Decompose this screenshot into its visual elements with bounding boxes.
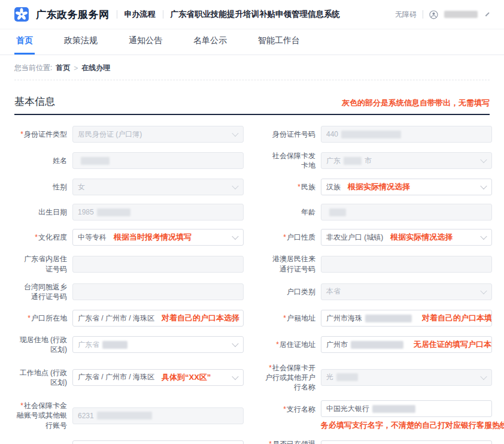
field-value: 6231 bbox=[78, 412, 94, 420]
redacted-value bbox=[102, 341, 127, 349]
field-label: *身份证件号码 bbox=[263, 129, 315, 139]
header-divider bbox=[163, 10, 163, 19]
section-annotation: 灰色的部分是系统信息自带带出，无需填写 bbox=[342, 98, 490, 108]
field-label: *身份证件类型 bbox=[14, 129, 67, 139]
redacted-value bbox=[81, 157, 110, 165]
chevron-down-icon bbox=[232, 233, 238, 240]
chevron-down-icon bbox=[480, 183, 487, 189]
redacted-value bbox=[341, 131, 401, 138]
breadcrumb-separator: > bbox=[74, 64, 78, 73]
field-select-23[interactable]: 否 bbox=[321, 440, 492, 444]
field-annotation: 根据实际情况选择 bbox=[348, 182, 410, 192]
brand-title: 广东政务服务网 bbox=[36, 8, 110, 22]
required-asterisk: * bbox=[283, 405, 286, 413]
chevron-down-icon bbox=[480, 373, 487, 380]
chevron-down-icon bbox=[480, 156, 487, 163]
header-divider bbox=[423, 10, 423, 19]
field-select-8[interactable]: 中等专科 根据当时报考情况填写 bbox=[72, 229, 244, 246]
field-label: *年龄 bbox=[263, 207, 315, 217]
field-label: *社会保障卡发卡地 bbox=[263, 151, 315, 170]
breadcrumb-prefix: 您当前位置: bbox=[14, 63, 52, 73]
section-header: 基本信息 灰色的部分是系统信息自带带出，无需填写 bbox=[14, 95, 490, 115]
redacted-value bbox=[365, 315, 412, 322]
field-input-20: 6231 bbox=[72, 407, 244, 424]
required-asterisk: * bbox=[269, 440, 272, 444]
required-asterisk: * bbox=[35, 233, 38, 241]
form-field: *民族 汉族 根据实际情况选择 bbox=[263, 179, 492, 195]
form-field: *社会保障卡金融账号或其他银行账号 6231 bbox=[14, 400, 244, 431]
site-logo-icon bbox=[14, 7, 29, 22]
tab-notices[interactable]: 通知公告 bbox=[127, 29, 164, 55]
field-label: *台湾同胞返乡通行证号码 bbox=[14, 282, 67, 301]
system-title: 广东省职业技能提升培训补贴申领管理信息系统 bbox=[171, 9, 341, 20]
form-field: *居住证地址 广州市 无居住证的填写户口本地址 bbox=[263, 335, 492, 354]
redacted-value bbox=[351, 341, 403, 349]
field-annotation: 具体到“XX区” bbox=[162, 372, 211, 383]
tab-public-lists[interactable]: 名单公示 bbox=[192, 29, 229, 55]
form-field: *人员身份类别 企业职工 根据实际情况选择 bbox=[14, 439, 244, 444]
chevron-down-icon bbox=[480, 288, 487, 294]
breadcrumb-home[interactable]: 首页 bbox=[56, 63, 70, 73]
basic-info-form: *身份证件类型 居民身份证 (户口簿) *身份证件号码 440 *姓名 bbox=[0, 115, 504, 444]
field-value: 广东省 / 广州市 / 海珠区 bbox=[78, 372, 154, 382]
form-field: *广东省内居住证号码 bbox=[14, 254, 244, 273]
edit-icon[interactable] bbox=[485, 13, 490, 17]
tab-policies[interactable]: 政策法规 bbox=[62, 29, 99, 55]
field-input-21[interactable]: 中国光大银行 bbox=[321, 400, 492, 417]
field-select-9[interactable]: 非农业户口 (城镇) 根据实际情况选择 bbox=[321, 229, 492, 246]
field-select-22[interactable]: 企业职工 根据实际情况选择 bbox=[72, 440, 244, 444]
redacted-value bbox=[372, 405, 415, 413]
field-label: *居住证地址 bbox=[263, 340, 315, 349]
form-field: *社会保障卡发卡地 广东 市 bbox=[263, 151, 492, 170]
field-value: 光 bbox=[326, 372, 333, 382]
field-value: 广东 bbox=[326, 156, 341, 166]
field-value: 本省 bbox=[326, 286, 341, 297]
tab-smart-workbench[interactable]: 智能工作台 bbox=[256, 29, 302, 55]
breadcrumb-current: 在线办理 bbox=[81, 63, 110, 73]
field-annotation: 对着自己的户口本选择 bbox=[162, 313, 239, 324]
redacted-value bbox=[336, 373, 358, 381]
field-label: *姓名 bbox=[14, 156, 67, 165]
field-annotation: 根据当时报考情况填写 bbox=[114, 232, 192, 243]
field-label: *社会保障卡金融账号或其他银行账号 bbox=[14, 401, 67, 430]
form-field: *出生日期 1985 bbox=[14, 204, 244, 221]
field-label: *广东省内居住证号码 bbox=[14, 254, 67, 273]
field-input-11 bbox=[321, 256, 492, 273]
field-input-7 bbox=[321, 204, 492, 221]
field-value: 广州市海珠 bbox=[326, 313, 362, 324]
page: 广东政务服务网 申办流程 广东省职业技能提升培训补贴申领管理信息系统 无障碍 首… bbox=[0, 0, 504, 444]
form-field: *身份证件类型 居民身份证 (户口簿) bbox=[14, 126, 244, 143]
field-input-17[interactable]: 广州市 无居住证的填写户口本地址 bbox=[321, 336, 492, 353]
form-field: *身份证件号码 440 bbox=[263, 126, 492, 143]
required-asterisk: * bbox=[20, 401, 23, 410]
field-label: *性别 bbox=[14, 182, 67, 192]
form-field: *工作地点 (行政区划) 广东省 / 广州市 / 海珠区 具体到“XX区” bbox=[14, 363, 244, 392]
brand-area: 广东政务服务网 申办流程 广东省职业技能提升培训补贴申领管理信息系统 bbox=[14, 7, 340, 22]
field-select-14[interactable]: 广东省 / 广州市 / 海珠区 对着自己的户口本选择 bbox=[72, 310, 244, 327]
field-select-18[interactable]: 广东省 / 广州市 / 海珠区 具体到“XX区” bbox=[72, 369, 244, 386]
tab-home[interactable]: 首页 bbox=[14, 29, 35, 55]
accessibility-link[interactable]: 无障碍 bbox=[395, 10, 417, 20]
field-input-2 bbox=[72, 152, 244, 169]
field-input-12 bbox=[72, 283, 244, 300]
redacted-value bbox=[344, 157, 362, 165]
menu-apply-flow[interactable]: 申办流程 bbox=[125, 9, 156, 20]
field-select-0: 居民身份证 (户口簿) bbox=[72, 126, 244, 143]
field-select-4: 女 bbox=[72, 179, 244, 195]
field-value: 440 bbox=[326, 130, 338, 138]
field-label: *出生日期 bbox=[14, 207, 67, 217]
form-field: *支行名称 中国光大银行 务必填写支行名字，不清楚的自己打对应银行客服热线 bbox=[263, 400, 492, 431]
field-input-15[interactable]: 广州市海珠 对着自己的户口本填写 bbox=[321, 310, 492, 327]
field-value: 广州市 bbox=[326, 340, 348, 350]
field-select-5[interactable]: 汉族 根据实际情况选择 bbox=[321, 179, 492, 195]
field-value: 1985 bbox=[78, 208, 94, 216]
required-asterisk: * bbox=[276, 340, 279, 349]
field-value: 广东省 / 广州市 / 海珠区 bbox=[78, 313, 154, 324]
user-name-redacted[interactable] bbox=[444, 11, 478, 18]
field-select-16[interactable]: 广东省 bbox=[72, 336, 244, 353]
form-field: *台湾同胞返乡通行证号码 bbox=[14, 282, 244, 301]
field-value: 中国光大银行 bbox=[326, 404, 369, 414]
user-icon bbox=[429, 10, 438, 19]
form-field: *年龄 bbox=[263, 204, 492, 221]
field-input-10 bbox=[72, 256, 244, 273]
